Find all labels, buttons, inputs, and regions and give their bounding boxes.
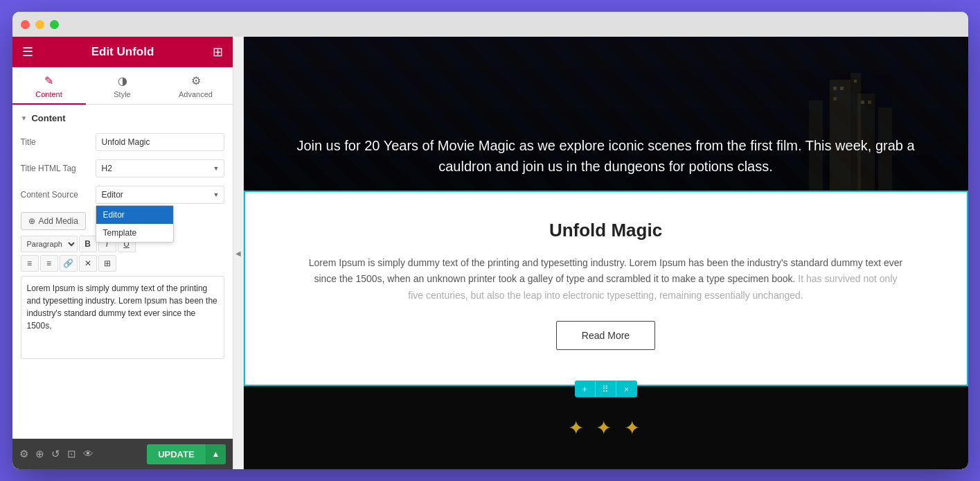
- style-tab-label: Style: [114, 90, 130, 98]
- main-area: ☰ Edit Unfold ⊞ ✎ Content ◑ Style ⚙ Adva…: [12, 37, 968, 469]
- title-row: Title: [21, 133, 224, 151]
- svg-rect-9: [868, 100, 871, 104]
- dropdown-item-editor[interactable]: Editor: [96, 206, 173, 224]
- hamburger-icon[interactable]: ☰: [22, 44, 33, 60]
- read-more-button[interactable]: Read More: [556, 321, 655, 350]
- svg-rect-6: [840, 87, 844, 90]
- update-button[interactable]: UPDATE: [147, 444, 205, 464]
- content-section-header[interactable]: ▼ Content: [21, 113, 224, 123]
- content-block: Unfold Magic Lorem Ipsum is simply dummy…: [244, 191, 968, 386]
- add-media-button[interactable]: ⊕ Add Media: [21, 212, 86, 230]
- title-input[interactable]: [96, 133, 224, 151]
- hero-text: Join us for 20 Years of Movie Magic as w…: [285, 135, 927, 177]
- html-tag-row: Title HTML Tag H2 H1 H3 p: [21, 159, 224, 177]
- content-source-dropdown: Editor Template: [96, 205, 174, 243]
- sparkle-decoration: ✦ ✦ ✦: [568, 417, 644, 439]
- svg-rect-10: [854, 80, 857, 82]
- content-body: Lorem Ipsum is simply dummy text of the …: [308, 255, 904, 304]
- paragraph-select[interactable]: Paragraph Heading 1 Heading 2: [21, 236, 78, 252]
- html-tag-select[interactable]: H2 H1 H3 p: [96, 159, 224, 177]
- block-move-button[interactable]: ⠿: [596, 381, 616, 397]
- content-source-select-wrap: Editor Template: [96, 186, 224, 204]
- section-label: Content: [31, 113, 65, 123]
- right-canvas: Join us for 20 Years of Movie Magic as w…: [244, 37, 968, 469]
- panel-body: ▼ Content Title Title HTML Tag H2 H1: [12, 105, 233, 439]
- dark-section: ✦ ✦ ✦: [244, 386, 968, 469]
- bold-button[interactable]: B: [79, 236, 97, 252]
- footer-icons: ⚙ ⊕ ↺ ⊡ 👁: [19, 448, 93, 460]
- style-tab-icon: ◑: [118, 74, 127, 87]
- titlebar: [12, 12, 968, 37]
- settings-icon[interactable]: ⚙: [19, 448, 28, 460]
- app-window: ☰ Edit Unfold ⊞ ✎ Content ◑ Style ⚙ Adva…: [12, 12, 968, 469]
- content-tab-label: Content: [35, 90, 62, 98]
- format-toolbar-2: ≡ ≡ 🔗 ✕ ⊞: [21, 255, 224, 272]
- grid-icon[interactable]: ⊞: [213, 44, 223, 60]
- remove-format-button[interactable]: ✕: [79, 255, 97, 272]
- block-toolbar: + ⠿ ×: [575, 381, 637, 397]
- canvas-inner: Join us for 20 Years of Movie Magic as w…: [244, 37, 968, 469]
- tab-advanced[interactable]: ⚙ Advanced: [159, 67, 233, 104]
- left-panel: ☰ Edit Unfold ⊞ ✎ Content ◑ Style ⚙ Adva…: [12, 37, 233, 469]
- table-button[interactable]: ⊞: [98, 255, 116, 272]
- collapse-handle[interactable]: ◀: [233, 37, 244, 469]
- tab-content[interactable]: ✎ Content: [12, 67, 86, 104]
- history-icon[interactable]: ↺: [51, 448, 60, 460]
- svg-rect-7: [833, 97, 837, 100]
- block-add-button[interactable]: +: [575, 381, 596, 397]
- link-button[interactable]: 🔗: [60, 255, 78, 272]
- align-left-button[interactable]: ≡: [21, 255, 39, 272]
- advanced-tab-icon: ⚙: [191, 74, 201, 87]
- content-tab-icon: ✎: [44, 74, 53, 87]
- svg-rect-8: [861, 100, 864, 104]
- content-source-select[interactable]: Editor Template: [96, 186, 224, 204]
- maximize-dot[interactable]: [50, 20, 59, 29]
- add-media-label: Add Media: [39, 216, 78, 226]
- panel-title: Edit Unfold: [91, 45, 154, 59]
- layers-icon[interactable]: ⊕: [35, 448, 44, 460]
- collapse-icon: ◀: [235, 250, 241, 257]
- preview-icon[interactable]: 👁: [83, 448, 93, 460]
- tab-style[interactable]: ◑ Style: [86, 67, 159, 104]
- responsive-icon[interactable]: ⊡: [67, 448, 76, 460]
- editor-content[interactable]: Lorem Ipsum is simply dummy text of the …: [21, 276, 224, 359]
- minimize-dot[interactable]: [35, 20, 44, 29]
- section-arrow-icon: ▼: [21, 114, 28, 122]
- title-label: Title: [21, 137, 90, 147]
- update-arrow-button[interactable]: ▲: [206, 444, 226, 464]
- content-source-row: Content Source Editor Template Editor Te…: [21, 186, 224, 204]
- advanced-tab-label: Advanced: [179, 90, 213, 98]
- html-tag-label: Title HTML Tag: [21, 164, 90, 173]
- update-btn-wrap: UPDATE ▲: [147, 444, 225, 464]
- tabs-bar: ✎ Content ◑ Style ⚙ Advanced: [12, 67, 233, 105]
- add-media-icon: ⊕: [28, 216, 35, 226]
- panel-header: ☰ Edit Unfold ⊞: [12, 37, 233, 67]
- block-close-button[interactable]: ×: [616, 381, 637, 397]
- svg-rect-5: [833, 87, 837, 90]
- html-tag-select-wrap: H2 H1 H3 p: [96, 159, 224, 177]
- content-source-label: Content Source: [21, 190, 90, 200]
- content-title: Unfold Magic: [287, 220, 925, 241]
- close-dot[interactable]: [21, 20, 30, 29]
- hero-section: Join us for 20 Years of Movie Magic as w…: [244, 37, 968, 191]
- panel-footer: ⚙ ⊕ ↺ ⊡ 👁 UPDATE ▲: [12, 439, 233, 469]
- dropdown-item-template[interactable]: Template: [96, 224, 173, 242]
- align-right-button[interactable]: ≡: [40, 255, 58, 272]
